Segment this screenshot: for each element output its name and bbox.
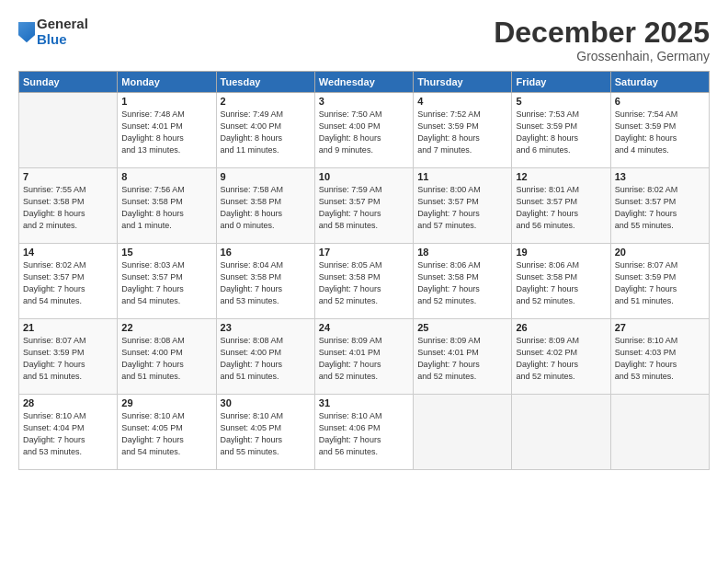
cell-info: Sunrise: 8:03 AMSunset: 3:57 PMDaylight:… (121, 259, 211, 307)
info-line: Daylight: 7 hours (417, 360, 480, 369)
info-line: Daylight: 7 hours (516, 284, 578, 293)
day-number: 19 (516, 247, 606, 258)
info-line: and 52 minutes. (417, 296, 476, 305)
info-line: Daylight: 7 hours (417, 284, 480, 293)
cell-info: Sunrise: 8:06 AMSunset: 3:58 PMDaylight:… (417, 259, 507, 307)
info-line: Daylight: 8 hours (121, 209, 184, 218)
month-title: December 2025 (494, 17, 710, 49)
table-row: 6Sunrise: 7:54 AMSunset: 3:59 PMDaylight… (610, 93, 709, 168)
info-line: and 6 minutes. (516, 145, 570, 155)
info-line: Sunset: 4:00 PM (221, 121, 282, 131)
info-line: Sunset: 3:57 PM (319, 197, 381, 206)
info-line: Sunrise: 8:09 AM (417, 336, 481, 345)
table-row: 9Sunrise: 7:58 AMSunset: 3:58 PMDaylight… (216, 168, 314, 244)
col-wednesday: Wednesday (314, 72, 413, 93)
info-line: Sunrise: 8:00 AM (417, 185, 481, 194)
cell-info: Sunrise: 8:09 AMSunset: 4:01 PMDaylight:… (319, 335, 409, 383)
cell-info: Sunrise: 8:02 AMSunset: 3:57 PMDaylight:… (23, 259, 113, 307)
table-row: 2Sunrise: 7:49 AMSunset: 4:00 PMDaylight… (216, 93, 314, 168)
day-number: 18 (417, 247, 507, 258)
table-row: 15Sunrise: 8:03 AMSunset: 3:57 PMDayligh… (118, 244, 216, 319)
logo-blue: Blue (37, 32, 88, 48)
day-number: 1 (121, 96, 211, 107)
info-line: and 9 minutes. (319, 145, 373, 155)
title-block: December 2025 Grossenhain, Germany (494, 17, 710, 63)
info-line: Sunset: 4:06 PM (319, 423, 381, 432)
day-number: 11 (417, 171, 507, 182)
info-line: Sunrise: 8:01 AM (516, 185, 579, 194)
col-monday: Monday (118, 72, 216, 93)
table-row: 22Sunrise: 8:08 AMSunset: 4:00 PMDayligh… (118, 319, 216, 395)
info-line: and 58 minutes. (319, 221, 378, 230)
table-row: 11Sunrise: 8:00 AMSunset: 3:57 PMDayligh… (414, 168, 512, 244)
info-line: Daylight: 8 hours (615, 133, 677, 143)
info-line: Daylight: 7 hours (319, 284, 381, 293)
cell-info: Sunrise: 7:50 AMSunset: 4:00 PMDaylight:… (319, 109, 409, 156)
info-line: Daylight: 7 hours (23, 284, 85, 293)
info-line: and 56 minutes. (516, 221, 574, 230)
info-line: and 13 minutes. (121, 145, 180, 155)
info-line: Sunrise: 8:06 AM (417, 260, 481, 270)
info-line: Sunrise: 8:09 AM (516, 336, 579, 345)
table-row: 26Sunrise: 8:09 AMSunset: 4:02 PMDayligh… (512, 319, 610, 395)
table-row: 21Sunrise: 8:07 AMSunset: 3:59 PMDayligh… (19, 319, 118, 395)
info-line: Daylight: 7 hours (121, 435, 184, 444)
info-line: Sunrise: 8:10 AM (319, 411, 382, 420)
day-number: 27 (615, 322, 705, 333)
day-number: 15 (121, 247, 211, 258)
cell-info: Sunrise: 8:01 AMSunset: 3:57 PMDaylight:… (516, 184, 606, 232)
day-number: 9 (221, 171, 311, 182)
calendar-week-2: 14Sunrise: 8:02 AMSunset: 3:57 PMDayligh… (19, 244, 710, 319)
table-row: 12Sunrise: 8:01 AMSunset: 3:57 PMDayligh… (512, 168, 610, 244)
header: General Blue December 2025 Grossenhain, … (18, 17, 710, 63)
info-line: Daylight: 7 hours (615, 284, 677, 293)
info-line: Sunset: 4:01 PM (121, 121, 183, 131)
table-row: 20Sunrise: 8:07 AMSunset: 3:59 PMDayligh… (610, 244, 709, 319)
day-number: 10 (319, 171, 409, 182)
info-line: and 7 minutes. (417, 145, 472, 155)
cell-info: Sunrise: 8:09 AMSunset: 4:01 PMDaylight:… (417, 335, 507, 383)
info-line: Daylight: 7 hours (121, 360, 184, 369)
info-line: and 1 minute. (121, 221, 172, 230)
info-line: and 11 minutes. (221, 145, 279, 155)
table-row: 10Sunrise: 7:59 AMSunset: 3:57 PMDayligh… (314, 168, 413, 244)
info-line: Sunset: 3:59 PM (23, 348, 85, 357)
info-line: and 53 minutes. (221, 296, 279, 305)
table-row: 1Sunrise: 7:48 AMSunset: 4:01 PMDaylight… (118, 93, 216, 168)
info-line: Daylight: 8 hours (221, 133, 283, 143)
info-line: Daylight: 7 hours (516, 360, 578, 369)
info-line: Sunrise: 7:52 AM (417, 109, 481, 119)
info-line: and 51 minutes. (615, 296, 674, 305)
calendar-week-1: 7Sunrise: 7:55 AMSunset: 3:58 PMDaylight… (19, 168, 710, 244)
cell-info: Sunrise: 7:48 AMSunset: 4:01 PMDaylight:… (121, 109, 211, 156)
table-row: 19Sunrise: 8:06 AMSunset: 3:58 PMDayligh… (512, 244, 610, 319)
info-line: and 4 minutes. (615, 145, 669, 155)
info-line: Daylight: 7 hours (417, 209, 480, 218)
cell-info: Sunrise: 7:49 AMSunset: 4:00 PMDaylight:… (221, 109, 311, 156)
cell-info: Sunrise: 8:08 AMSunset: 4:00 PMDaylight:… (121, 335, 211, 383)
info-line: Daylight: 8 hours (221, 209, 283, 218)
cell-info: Sunrise: 8:04 AMSunset: 3:58 PMDaylight:… (221, 259, 311, 307)
info-line: Sunset: 3:58 PM (516, 272, 577, 282)
col-saturday: Saturday (610, 72, 709, 93)
info-line: and 55 minutes. (615, 221, 674, 230)
col-sunday: Sunday (19, 72, 118, 93)
info-line: Sunrise: 8:09 AM (319, 336, 382, 345)
info-line: Sunrise: 7:54 AM (615, 109, 678, 119)
info-line: Sunrise: 8:10 AM (23, 411, 86, 420)
cell-info: Sunrise: 8:10 AMSunset: 4:04 PMDaylight:… (23, 410, 113, 458)
info-line: Daylight: 7 hours (221, 435, 283, 444)
info-line: and 52 minutes. (319, 296, 378, 305)
table-row: 24Sunrise: 8:09 AMSunset: 4:01 PMDayligh… (314, 319, 413, 395)
info-line: Sunrise: 7:58 AM (221, 185, 284, 194)
info-line: Sunset: 3:59 PM (615, 121, 677, 131)
day-number: 16 (221, 247, 311, 258)
cell-info: Sunrise: 8:05 AMSunset: 3:58 PMDaylight:… (319, 259, 409, 307)
cell-info: Sunrise: 8:10 AMSunset: 4:05 PMDaylight:… (221, 410, 311, 458)
day-number: 7 (23, 171, 113, 182)
table-row: 27Sunrise: 8:10 AMSunset: 4:03 PMDayligh… (610, 319, 709, 395)
info-line: Sunrise: 8:10 AM (221, 411, 284, 420)
cell-info: Sunrise: 8:08 AMSunset: 4:00 PMDaylight:… (221, 335, 311, 383)
info-line: Sunrise: 8:02 AM (615, 185, 678, 194)
info-line: and 52 minutes. (417, 372, 476, 381)
